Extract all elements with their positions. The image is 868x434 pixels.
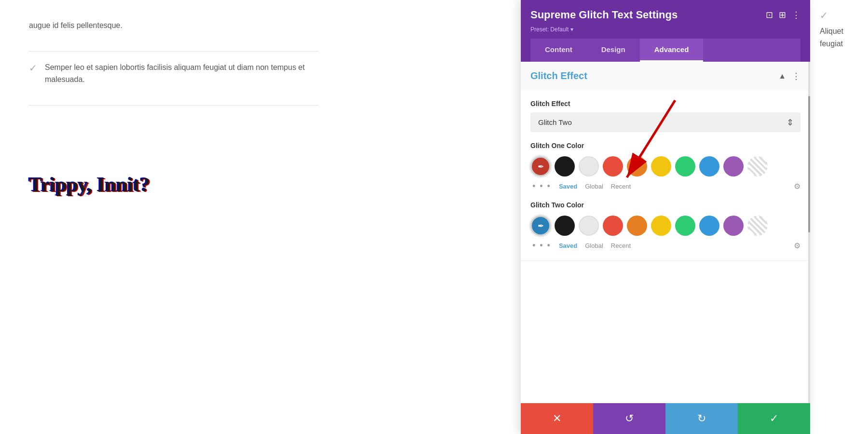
scroll-thumb [808,96,810,232]
left-panel: augue id felis pellentesque. ✓ Semper le… [0,0,521,434]
glitch-one-striped-swatch[interactable] [747,156,768,176]
scroll-indicator [808,62,810,403]
settings-panel: Supreme Glitch Text Settings ⊡ ⊞ ⋮ Prese… [521,0,810,434]
tab-content[interactable]: Content [530,39,587,62]
panel-tabs: Content Design Advanced [530,39,800,62]
panel-body: Glitch Effect ▲ ⋮ Glitch Effect Glitch T… [521,62,810,403]
glitch-two-meta-row: • • • Saved Global Recent ⚙ [530,241,800,251]
glitch-effect-select-wrapper: Glitch Two Glitch One None ⇕ [530,112,800,132]
glitch-effect-label: Glitch Effect [530,100,800,108]
eyedropper-icon-2: ✒ [538,221,544,231]
redo-button[interactable]: ↻ [665,403,738,434]
global-link[interactable]: Global [585,183,603,190]
section-title: Glitch Effect [530,70,587,81]
color-settings-icon[interactable]: ⚙ [794,182,800,191]
global-link-2[interactable]: Global [585,242,603,249]
glitch-two-striped-swatch[interactable] [747,216,768,236]
section-body: Glitch Effect Glitch Two Glitch One None… [521,90,810,260]
panel-title-icons: ⊡ ⊞ ⋮ [766,10,800,20]
color-settings-icon-2[interactable]: ⚙ [794,241,800,250]
glitch-effect-select[interactable]: Glitch Two Glitch One None [530,112,800,132]
glitch-section: Glitch Effect ▲ ⋮ Glitch Effect Glitch T… [521,62,810,261]
glitch-two-blue-swatch[interactable] [699,216,719,236]
glitch-one-white-swatch[interactable] [579,156,599,176]
panel-title-row: Supreme Glitch Text Settings ⊡ ⊞ ⋮ [530,9,800,21]
glitch-one-blue-swatch[interactable] [699,156,719,176]
saved-link-2[interactable]: Saved [559,242,577,249]
glitch-two-color-row: ✒ [530,216,800,236]
checkmark-1: ✓ [29,62,37,74]
right-checkmark: ✓ [820,10,828,21]
panel-header: Supreme Glitch Text Settings ⊡ ⊞ ⋮ Prese… [521,0,810,62]
preset-label: Preset: Default [530,26,569,33]
more-icon[interactable]: ⋮ [792,10,800,20]
divider-2 [29,105,318,106]
left-content: augue id felis pellentesque. ✓ Semper le… [29,19,318,196]
color-more-dots[interactable]: • • • [532,181,551,191]
glitch-one-yellow-swatch[interactable] [651,156,671,176]
glitch-two-color-label: Glitch Two Color [530,201,800,209]
glitch-two-green-swatch[interactable] [675,216,695,236]
preset-arrow: ▾ [570,26,573,33]
section-header: Glitch Effect ▲ ⋮ [521,62,810,90]
recent-link-2[interactable]: Recent [611,242,631,249]
glitch-two-orange-swatch[interactable] [627,216,647,236]
panel-toolbar: ✕ ↺ ↻ ✓ [521,403,810,434]
saved-link[interactable]: Saved [559,183,577,190]
columns-icon[interactable]: ⊞ [779,10,786,20]
expand-icon[interactable]: ⊡ [766,10,773,20]
save-button[interactable]: ✓ [738,403,810,434]
glitch-two-white-swatch[interactable] [579,216,599,236]
tab-advanced[interactable]: Advanced [640,39,704,62]
panel-preset[interactable]: Preset: Default ▾ [530,25,800,33]
undo-button[interactable]: ↺ [593,403,665,434]
tab-design[interactable]: Design [587,39,640,62]
divider [29,51,318,52]
list-item-2: ✓ Semper leo et sapien lobortis facilisi… [29,61,318,95]
section-controls: ▲ ⋮ [778,71,800,81]
glitch-one-purple-swatch[interactable] [723,156,744,176]
trippy-text: Trippy, Innit? [29,173,150,196]
glitch-two-eyedropper[interactable]: ✒ [530,216,551,236]
recent-link[interactable]: Recent [611,183,631,190]
glitch-two-purple-swatch[interactable] [723,216,744,236]
color-more-dots-2[interactable]: • • • [532,241,551,251]
cancel-button[interactable]: ✕ [521,403,593,434]
glitch-one-green-swatch[interactable] [675,156,695,176]
panel-title: Supreme Glitch Text Settings [530,9,678,21]
glitch-one-color-row: ✒ [530,156,800,176]
chevron-up-icon[interactable]: ▲ [778,72,786,81]
section-more-icon[interactable]: ⋮ [792,71,800,81]
glitch-two-black-swatch[interactable] [555,216,575,236]
glitch-one-red-swatch[interactable] [603,156,623,176]
glitch-one-color-label: Glitch One Color [530,142,800,149]
glitch-one-eyedropper[interactable]: ✒ [530,156,551,176]
glitch-two-red-swatch[interactable] [603,216,623,236]
glitch-two-yellow-swatch[interactable] [651,216,671,236]
glitch-one-meta-row: • • • Saved Global Recent ⚙ [530,181,800,191]
eyedropper-icon: ✒ [538,162,544,171]
glitch-one-orange-swatch[interactable] [627,156,647,176]
glitch-one-black-swatch[interactable] [555,156,575,176]
item-2-text: Semper leo et sapien lobortis facilisis … [45,61,318,86]
right-checkmark-area: ✓ Aliquet feugiat [810,0,868,434]
list-item-1: augue id felis pellentesque. [29,19,318,41]
item-1-text: augue id felis pellentesque. [29,19,122,32]
right-text: Aliquet feugiat [820,25,858,50]
